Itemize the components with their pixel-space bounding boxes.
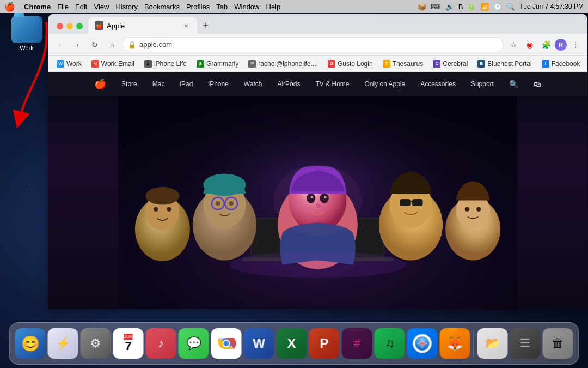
dock-files[interactable]: 📂 <box>477 328 508 359</box>
svg-point-9 <box>154 207 158 212</box>
nav-ipad[interactable]: iPad <box>180 80 193 88</box>
more-button[interactable]: ⋮ <box>568 37 583 52</box>
back-button[interactable]: ‹ <box>52 37 68 52</box>
close-button[interactable] <box>57 23 63 29</box>
dock-trash[interactable]: 🗑 <box>543 328 573 359</box>
bookmark-cerebral-label: Cerebral <box>443 60 468 68</box>
nav-tv-home[interactable]: TV & Home <box>315 80 349 88</box>
folder-label: Work <box>20 45 33 51</box>
svg-point-10 <box>167 207 171 212</box>
desktop-folder-work[interactable]: Work <box>8 16 46 51</box>
vpn-button[interactable]: ◉ <box>522 37 537 52</box>
hero-svg: 🍎 <box>48 96 587 309</box>
menu-window[interactable]: Window <box>234 3 259 11</box>
dock-messages[interactable]: 💬 <box>179 328 209 359</box>
bookmark-bluehost[interactable]: B Bluehost Portal <box>473 58 536 69</box>
menu-profiles[interactable]: Profiles <box>186 3 210 11</box>
bookmark-gusto-label: Gusto Login <box>338 60 373 68</box>
svg-point-39 <box>224 341 229 346</box>
window-controls <box>52 19 87 34</box>
nav-watch[interactable]: Watch <box>244 80 262 88</box>
spotlight-icon[interactable]: 🔍 <box>506 3 515 11</box>
apple-menu[interactable]: 🍎 <box>4 2 15 12</box>
dock-music[interactable]: ♪ <box>146 328 176 359</box>
menu-tab[interactable]: Tab <box>216 3 228 11</box>
nav-iphone[interactable]: iPhone <box>208 80 228 88</box>
new-tab-button[interactable]: + <box>198 17 213 34</box>
dock-finder2[interactable]: ☰ <box>510 328 541 359</box>
tab-close-button[interactable]: ✕ <box>182 21 191 30</box>
bookmark-thesaurus[interactable]: T Thesaurus <box>378 58 428 69</box>
bookmark-canva[interactable]: C Canva <box>585 58 587 69</box>
menu-edit[interactable]: Edit <box>75 3 87 11</box>
bookmark-grammarly-label: Grammarly <box>206 60 238 68</box>
extensions-button[interactable]: 🧩 <box>538 37 554 52</box>
dock-powerpoint[interactable]: P <box>309 328 340 359</box>
wifi-icon[interactable]: 📶 <box>480 3 489 11</box>
dock-calendar[interactable]: JUN 7 <box>113 328 144 359</box>
dock-excel[interactable]: X <box>277 328 307 359</box>
clock-icon: 🕐 <box>493 3 502 11</box>
keyboard-icon: ⌨ <box>431 3 441 11</box>
menu-history[interactable]: History <box>115 3 137 11</box>
app-name-chrome[interactable]: Chrome <box>24 3 51 11</box>
dock-launchpad[interactable]: ⚡ <box>48 328 78 359</box>
bookmark-iphone-life[interactable]: 📱 iPhone Life <box>140 58 191 69</box>
bookmark-work-email[interactable]: M Work Email <box>87 58 139 69</box>
address-bar[interactable]: 🔒 apple.com <box>122 37 504 52</box>
desktop: 🍎 Chrome File Edit View History Bookmark… <box>0 0 588 368</box>
home-button[interactable]: ⌂ <box>105 37 120 52</box>
svg-point-35 <box>273 165 362 236</box>
dock-spotify[interactable]: ♫ <box>375 328 405 359</box>
hero-area: 🍎 <box>48 96 587 309</box>
nav-accessories[interactable]: Accessories <box>420 80 456 88</box>
dock-safari[interactable] <box>407 328 438 359</box>
minimize-button[interactable] <box>66 23 73 29</box>
battery-icon[interactable]: 🔋 <box>467 3 476 11</box>
svg-rect-28 <box>412 199 423 206</box>
nav-mac[interactable]: Mac <box>152 80 165 88</box>
profile-avatar[interactable]: R <box>555 39 567 51</box>
tab-title: Apple <box>107 22 125 30</box>
svg-point-33 <box>476 207 481 212</box>
menu-bookmarks[interactable]: Bookmarks <box>144 3 180 11</box>
browser-window: 🍎 Apple ✕ + ‹ › ↻ ⌂ 🔒 apple.com ☆ ◉ <box>48 14 587 309</box>
bookmark-work[interactable]: W Work <box>52 58 86 69</box>
volume-icon[interactable]: 🔊 <box>445 3 454 11</box>
website-content: 🍎 Store Mac iPad iPhone Watch AirPods TV… <box>48 72 587 309</box>
bookmark-star[interactable]: ☆ <box>506 37 521 52</box>
menu-view[interactable]: View <box>94 3 109 11</box>
dock-finder[interactable]: 😊 <box>15 328 46 359</box>
tab-apple[interactable]: 🍎 Apple ✕ <box>88 17 197 34</box>
bookmarks-bar: W Work M Work Email 📱 iPhone Life G Gram… <box>48 56 587 72</box>
bookmark-cerebral[interactable]: C Cerebral <box>428 58 472 69</box>
bookmark-rachel[interactable]: ✉ rachel@iphonelife.... <box>244 58 322 69</box>
reload-button[interactable]: ↻ <box>87 37 102 52</box>
dock-word[interactable]: W <box>244 328 274 359</box>
nav-store[interactable]: Store <box>121 80 137 88</box>
lock-icon: 🔒 <box>128 41 136 49</box>
forward-button[interactable]: › <box>70 37 85 52</box>
maximize-button[interactable] <box>76 23 83 29</box>
svg-point-17 <box>216 201 220 206</box>
dock-slack[interactable]: # <box>342 328 372 359</box>
nav-support[interactable]: Support <box>471 80 494 88</box>
menu-help[interactable]: Help <box>266 3 281 11</box>
bookmark-thesaurus-label: Thesaurus <box>393 60 424 68</box>
bookmark-grammarly[interactable]: G Grammarly <box>192 58 243 69</box>
nav-only-apple[interactable]: Only on Apple <box>364 80 405 88</box>
bookmark-facebook[interactable]: f Facebook <box>537 58 585 69</box>
folder-icon <box>11 16 42 43</box>
bookmark-gusto[interactable]: G Gusto Login <box>323 58 377 69</box>
nav-search-icon[interactable]: 🔍 <box>509 80 518 88</box>
menu-file[interactable]: File <box>57 3 69 11</box>
bluetooth-icon[interactable]: B <box>458 3 463 11</box>
nav-airpods[interactable]: AirPods <box>277 80 300 88</box>
dock-firefox[interactable]: 🦊 <box>440 328 470 359</box>
apple-nav-logo: 🍎 <box>94 78 106 90</box>
bookmark-bluehost-label: Bluehost Portal <box>487 60 531 68</box>
nav-bag-icon[interactable]: 🛍 <box>534 80 541 88</box>
svg-point-8 <box>145 187 179 205</box>
dock-system-prefs[interactable]: ⚙ <box>81 328 111 359</box>
dock-chrome[interactable] <box>211 328 242 359</box>
